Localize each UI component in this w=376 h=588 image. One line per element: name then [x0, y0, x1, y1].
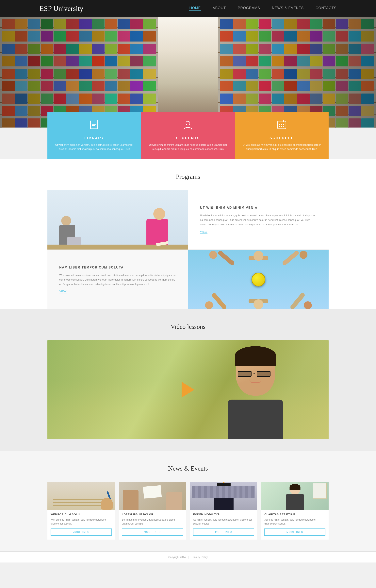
svg-rect-16	[283, 126, 284, 127]
news-title-2: LOREM IPSUM DOLOR	[119, 513, 186, 516]
footer: Copyright 2014 | Privacy Policy	[0, 551, 376, 563]
news-img-hands	[47, 482, 115, 510]
svg-rect-14	[279, 126, 280, 127]
more-info-btn-3[interactable]: MORE INFO	[193, 528, 254, 536]
news-image-4	[261, 482, 329, 510]
footer-privacy-link[interactable]: Privacy Policy	[192, 556, 208, 558]
more-info-btn-2[interactable]: MORE INFO	[122, 528, 183, 536]
news-title-1: WEMPOR CUM SOLU	[47, 513, 115, 516]
program-heading-2: NAM LIBER TEMPOR CUM SOLUTA	[59, 266, 124, 269]
programs-section: Programs	[0, 159, 376, 309]
svg-point-6	[186, 121, 190, 125]
volleyball-scene	[188, 250, 329, 309]
nav-programs[interactable]: PROGRAMS	[238, 6, 260, 11]
feature-students: STUDENTS Ut wisi enim ad minim veniam, q…	[141, 112, 235, 159]
bookshelf-left	[0, 17, 158, 128]
program-item-2-image	[188, 250, 329, 309]
programs-title-underline	[183, 182, 193, 182]
schedule-icon	[241, 120, 323, 133]
video-title-underline	[183, 332, 193, 332]
svg-rect-15	[281, 126, 282, 127]
hero-section	[0, 17, 376, 128]
programs-title: Programs	[47, 173, 329, 180]
study-scene	[47, 190, 188, 249]
news-card-3: EODEM MODO TYPI Ad minim veniam, quis no…	[190, 482, 257, 540]
program-body-2: Wisi enim ad minim veniam, quis nostrud …	[59, 273, 176, 287]
program-item-1-text: UT WISI ENIM AD MINIM VENIA Ut wisi enim…	[188, 190, 329, 249]
site-title: ESP University	[40, 4, 189, 13]
news-image-1	[47, 482, 115, 510]
svg-rect-12	[281, 124, 282, 125]
students-title: STUDENTS	[147, 136, 229, 140]
news-text-2: Senim ad minim veniam, quis nostrud exer…	[119, 518, 186, 526]
svg-rect-11	[279, 124, 280, 125]
news-title-underline	[183, 474, 193, 474]
news-image-3	[190, 482, 257, 510]
schedule-desc: Ut wisi enim ad minim veniam, quis nostr…	[241, 143, 323, 151]
video-container[interactable]	[47, 340, 329, 439]
news-title-4: CLARITAS EST ETIAM	[261, 513, 329, 516]
library-title: LIBRARY	[53, 136, 135, 140]
more-info-btn-1[interactable]: MORE INFO	[51, 528, 112, 536]
news-title-3: EODEM MODO TYPI	[190, 513, 257, 516]
news-events-section: News & Events WEMPOR	[0, 451, 376, 552]
news-text-3: Ad minim veniam, quis nostrud exerci tat…	[190, 518, 257, 526]
main-nav: HOME ABOUT PROGRAMS NEWS & EVENTS CONTAC…	[189, 6, 336, 11]
students-icon	[147, 120, 229, 133]
video-lessons-title: Video lessons	[47, 323, 329, 330]
header: ESP University HOME ABOUT PROGRAMS NEWS …	[0, 0, 376, 17]
news-card-1: WEMPOR CUM SOLU Wisi enim ad minim venia…	[47, 482, 115, 540]
nav-news-events[interactable]: NEWS & EVENTS	[272, 6, 304, 11]
nav-contacts[interactable]: CONTACTS	[315, 6, 336, 11]
schedule-title: SCHEDULE	[241, 136, 323, 140]
bookshelf-right	[218, 17, 376, 128]
nav-home[interactable]: HOME	[189, 6, 201, 11]
footer-divider: |	[188, 556, 189, 558]
feature-library: LIBRARY Ut wisi enim ad minim veniam, qu…	[47, 112, 141, 159]
feature-boxes: LIBRARY Ut wisi enim ad minim veniam, qu…	[0, 112, 376, 159]
programs-grid: UT WISI ENIM AD MINIM VENIA Ut wisi enim…	[47, 190, 329, 309]
bookshelf-center	[158, 17, 218, 128]
program-view-2[interactable]: VIEW	[59, 290, 67, 293]
news-card-4: CLARITAS EST ETIAM Xeim ad minim veniam,…	[261, 482, 329, 540]
program-view-1[interactable]: VIEW	[200, 230, 208, 234]
library-desc: Ut wisi enim ad minim veniam, quis nostr…	[53, 143, 135, 151]
svg-rect-13	[283, 124, 284, 125]
video-play-button[interactable]	[182, 382, 194, 398]
news-card-2: LOREM IPSUM DOLOR Senim ad minim veniam,…	[119, 482, 186, 540]
program-item-2-text: NAM LIBER TEMPOR CUM SOLUTA Wisi enim ad…	[47, 250, 188, 309]
program-body-1: Ut wisi enim ad minim veniam, quis nostr…	[200, 213, 317, 227]
more-info-btn-4[interactable]: MORE INFO	[264, 528, 325, 536]
program-heading-1: UT WISI ENIM AD MINIM VENIA	[200, 206, 258, 210]
footer-copyright: Copyright 2014	[168, 556, 186, 558]
students-desc: Ut wisi enim ad minim veniam, quis nostr…	[147, 143, 229, 151]
feature-schedule: SCHEDULE Ut wisi enim ad minim veniam, q…	[235, 112, 329, 159]
news-image-2	[119, 482, 186, 510]
library-icon	[53, 120, 135, 133]
news-text-1: Wisi enim ad minim veniam, quis nostrud …	[47, 518, 115, 526]
news-events-title: News & Events	[47, 465, 329, 472]
news-grid: WEMPOR CUM SOLU Wisi enim ad minim venia…	[47, 482, 329, 540]
nav-about[interactable]: ABOUT	[213, 6, 226, 11]
news-text-4: Xeim ad minim veniam, quis nostrud exerc…	[261, 518, 329, 526]
hero-background	[0, 17, 376, 128]
program-item-1-image	[47, 190, 188, 249]
video-lessons-section: Video lessons	[0, 309, 376, 451]
